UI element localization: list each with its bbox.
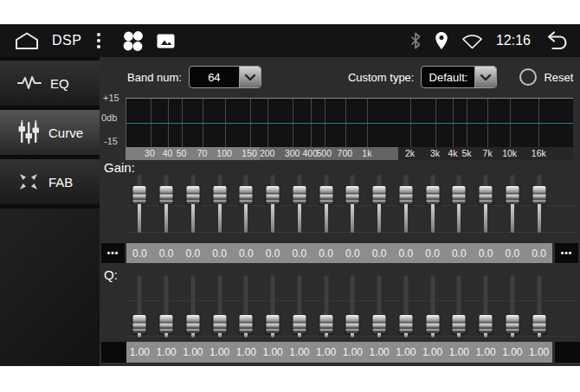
gain-slider[interactable] xyxy=(287,173,313,235)
sidebar-item-label: FAB xyxy=(48,175,73,190)
q-slider-thumb[interactable] xyxy=(267,315,280,333)
q-slider[interactable] xyxy=(313,274,339,339)
q-slider-thumb[interactable] xyxy=(133,315,146,333)
gain-slider[interactable] xyxy=(366,173,393,235)
gain-slider[interactable] xyxy=(313,173,339,235)
reset-label: Reset xyxy=(544,71,573,84)
q-values-left-cap xyxy=(101,342,126,363)
q-slider[interactable] xyxy=(525,274,552,339)
q-slider[interactable] xyxy=(126,274,153,339)
q-slider[interactable] xyxy=(419,274,446,339)
eq-curve-plot[interactable] xyxy=(126,98,573,147)
q-slider[interactable] xyxy=(206,274,233,339)
gain-slider-thumb[interactable] xyxy=(267,186,280,204)
y-axis-min-label: -15 xyxy=(104,136,126,146)
gain-slider-thumb[interactable] xyxy=(532,186,545,204)
sidebar-item-eq[interactable]: EQ xyxy=(0,61,100,106)
gain-slider-thumb[interactable] xyxy=(480,186,493,204)
freq-tick-label: 40 xyxy=(163,147,173,160)
q-slider-thumb[interactable] xyxy=(293,315,306,333)
q-slider-value: 1.00 xyxy=(287,346,313,358)
q-slider[interactable] xyxy=(339,274,366,339)
gain-slider[interactable] xyxy=(339,173,366,235)
gain-slider[interactable] xyxy=(180,173,207,235)
apps-grid-icon[interactable] xyxy=(121,29,145,53)
home-icon[interactable] xyxy=(14,31,40,50)
q-slider[interactable] xyxy=(366,274,393,339)
slider-track xyxy=(271,204,274,233)
q-slider-thumb[interactable] xyxy=(399,315,412,333)
location-icon xyxy=(435,31,448,50)
reset-button[interactable]: Reset xyxy=(519,68,573,86)
gain-slider[interactable] xyxy=(525,173,552,235)
gain-slider[interactable] xyxy=(446,173,473,235)
gain-slider[interactable] xyxy=(260,173,287,235)
q-slider-thumb[interactable] xyxy=(160,315,173,333)
band-num-select[interactable]: 64 xyxy=(189,66,261,88)
q-slider-thumb[interactable] xyxy=(480,315,493,333)
q-slider[interactable] xyxy=(153,274,180,339)
q-slider-thumb[interactable] xyxy=(346,315,359,333)
q-slider-thumb[interactable] xyxy=(426,315,439,333)
q-slider-thumb[interactable] xyxy=(506,315,519,333)
slider-track xyxy=(190,275,195,316)
slider-track xyxy=(218,204,222,233)
gain-slider[interactable] xyxy=(473,173,499,235)
slider-track xyxy=(244,333,248,337)
gallery-icon[interactable] xyxy=(157,34,175,48)
q-slider-thumb[interactable] xyxy=(240,315,253,333)
custom-type-select[interactable]: Default: xyxy=(421,66,497,88)
q-slider-thumb[interactable] xyxy=(453,315,466,333)
q-slider-thumb[interactable] xyxy=(373,315,386,333)
sidebar-item-fab[interactable]: FAB xyxy=(0,159,100,204)
q-slider-thumb[interactable] xyxy=(213,315,226,333)
gain-slider-thumb[interactable] xyxy=(133,186,146,204)
q-slider[interactable] xyxy=(446,274,473,339)
q-slider[interactable] xyxy=(287,274,313,339)
gain-slider[interactable] xyxy=(153,173,180,235)
overflow-menu-icon[interactable] xyxy=(93,31,104,50)
q-slider-thumb[interactable] xyxy=(532,315,545,333)
gain-slider-thumb[interactable] xyxy=(293,186,306,204)
sidebar-item-label: Curve xyxy=(48,125,83,140)
gain-slider-thumb[interactable] xyxy=(319,186,332,204)
gain-slider-thumb[interactable] xyxy=(346,186,359,204)
slider-track xyxy=(404,204,408,233)
q-slider[interactable] xyxy=(260,274,287,339)
gain-slider-thumb[interactable] xyxy=(160,186,173,204)
device-screen: DSP 12:16 xyxy=(0,0,580,392)
gain-slider-thumb[interactable] xyxy=(186,186,199,204)
q-slider[interactable] xyxy=(393,274,420,339)
gain-slider[interactable] xyxy=(126,173,153,235)
q-slider[interactable] xyxy=(473,274,499,339)
slider-track xyxy=(537,275,541,316)
q-slider[interactable] xyxy=(499,274,526,339)
q-slider[interactable] xyxy=(180,274,207,339)
q-slider[interactable] xyxy=(233,274,260,339)
gain-slider-value: 0.0 xyxy=(180,247,207,260)
slider-track xyxy=(510,275,514,316)
slider-track xyxy=(403,275,408,316)
chevron-down-icon xyxy=(239,67,261,87)
gain-slider-thumb[interactable] xyxy=(213,186,226,204)
slider-track xyxy=(351,275,355,316)
gain-slider-thumb[interactable] xyxy=(240,186,253,204)
back-icon[interactable] xyxy=(544,30,570,51)
gain-slider-thumb[interactable] xyxy=(506,186,519,204)
q-slider-thumb[interactable] xyxy=(186,315,199,333)
sidebar-item-curve[interactable]: Curve xyxy=(0,110,100,155)
gain-slider[interactable] xyxy=(499,173,526,235)
gain-slider[interactable] xyxy=(393,173,420,235)
gain-slider-thumb[interactable] xyxy=(453,186,466,204)
gain-slider-thumb[interactable] xyxy=(373,186,386,204)
gain-more-right-button[interactable]: ••• xyxy=(555,243,578,263)
gain-slider[interactable] xyxy=(419,173,446,235)
gain-slider-value: 0.0 xyxy=(393,247,420,260)
q-slider-thumb[interactable] xyxy=(319,315,332,333)
gain-slider-value: 0.0 xyxy=(446,247,473,260)
gain-slider[interactable] xyxy=(233,173,260,235)
gain-slider-thumb[interactable] xyxy=(399,186,412,204)
gain-slider-thumb[interactable] xyxy=(426,186,439,204)
gain-slider[interactable] xyxy=(206,173,233,235)
gain-more-left-button[interactable]: ••• xyxy=(101,243,125,263)
